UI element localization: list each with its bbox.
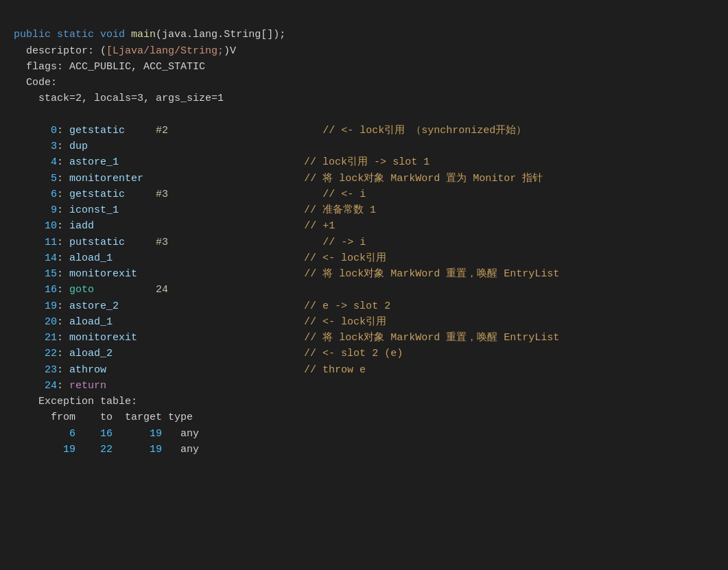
comment-5: // 将 lock对象 MarkWord 置为 Monitor 指针 [304, 173, 543, 185]
descriptor-value: [Ljava/lang/String; [106, 45, 224, 57]
comment-4: // lock引用 -> slot 1 [304, 156, 430, 168]
exception-header: Exception table: [14, 396, 137, 407]
indent [14, 189, 51, 200]
ex-type-1: any [162, 428, 199, 440]
arg-hash3-1: #3 [156, 189, 168, 200]
comment-21: // 将 lock对象 MarkWord 重置，唤醒 EntryList [304, 332, 559, 344]
instr-getstatic-2: getstatic [69, 189, 125, 200]
instr-iconst1: iconst_1 [69, 204, 119, 216]
indent [14, 364, 45, 376]
comment-11: // -> i [322, 237, 366, 248]
instr-monitorexit-1: monitorexit [69, 268, 137, 280]
arg-hash3-2: #3 [156, 237, 168, 248]
descriptor-end: )V [224, 45, 236, 57]
indent [14, 220, 45, 232]
exception-columns: from to target type [14, 412, 193, 423]
indent [14, 156, 51, 168]
line-20: 20 [45, 316, 57, 328]
instr-monitorexit-2: monitorexit [69, 332, 137, 344]
comment-14: // <- lock引用 [304, 252, 386, 264]
line-21: 21 [45, 332, 57, 344]
instr-aload2: aload_2 [69, 348, 113, 359]
line-0: 0 [51, 125, 57, 136]
descriptor-label: descriptor: ( [14, 45, 106, 57]
instr-iadd: iadd [69, 220, 94, 232]
line-22: 22 [45, 348, 57, 359]
stack-info: stack=2, locals=3, args_size=1 [14, 93, 224, 104]
instr-astore2: astore_2 [69, 300, 119, 312]
indent [14, 237, 45, 248]
indent [14, 268, 45, 280]
instr-return: return [69, 380, 106, 392]
indent [14, 141, 51, 152]
comment-20: // <- lock引用 [304, 316, 386, 328]
indent [14, 252, 45, 264]
indent [14, 316, 45, 328]
flags-line: flags: ACC_PUBLIC, ACC_STATIC [14, 61, 205, 73]
keyword-public: public [14, 29, 51, 40]
instr-monitorenter: monitorenter [69, 173, 143, 185]
instr-aload1-1: aload_1 [69, 252, 113, 264]
ex-from-1: 6 [69, 428, 75, 440]
line-15: 15 [45, 268, 57, 280]
ex-from-2: 19 [63, 444, 75, 455]
comment-0: // <- lock引用 （synchronized开始） [322, 125, 526, 136]
instr-goto: goto [69, 284, 94, 296]
comment-10: // +1 [304, 220, 335, 232]
instr-athrow: athrow [69, 364, 106, 376]
line-16: 16 [45, 284, 57, 296]
line-5: 5 [51, 173, 57, 185]
keyword-void: void [100, 29, 125, 40]
comment-9: // 准备常数 1 [304, 204, 376, 216]
instr-aload1-2: aload_1 [69, 316, 113, 328]
instr-getstatic-1: getstatic [69, 125, 125, 136]
indent [14, 173, 51, 185]
indent [14, 380, 45, 392]
keyword-static: static [57, 29, 94, 40]
instr-dup: dup [69, 141, 88, 152]
comment-19: // e -> slot 2 [304, 300, 390, 312]
indent [14, 300, 45, 312]
comment-22: // <- slot 2 (e) [304, 348, 403, 359]
line-6: 6 [51, 189, 57, 200]
instr-putstatic: putstatic [69, 237, 125, 248]
goto-target: 24 [156, 284, 168, 296]
ex-to-2: 22 [100, 444, 113, 455]
code-label: Code: [14, 77, 57, 88]
ex-target-1: 19 [150, 428, 162, 440]
line-19: 19 [45, 300, 57, 312]
indent [14, 332, 45, 344]
indent [14, 204, 51, 216]
arg-hash2-1: #2 [156, 125, 168, 136]
line-3: 3 [51, 141, 57, 152]
indent [14, 284, 45, 296]
code-container: public static void main(java.lang.String… [14, 11, 714, 458]
method-params: (java.lang.String[]); [156, 29, 285, 40]
ex-to-1: 16 [100, 428, 113, 440]
method-name: main [131, 29, 156, 40]
comment-15: // 将 lock对象 MarkWord 重置，唤醒 EntryList [304, 268, 559, 280]
ex-type-2: any [162, 444, 199, 455]
ex-target-2: 19 [150, 444, 162, 455]
indent [14, 125, 51, 136]
indent [14, 348, 45, 359]
instr-astore1: astore_1 [69, 156, 119, 168]
line-9: 9 [51, 204, 57, 216]
line-11: 11 [45, 237, 57, 248]
comment-6: // <- i [322, 189, 366, 200]
line-23: 23 [45, 364, 57, 376]
comment-23: // throw e [304, 364, 366, 376]
line-14: 14 [45, 252, 57, 264]
line-24: 24 [45, 380, 57, 392]
line-4: 4 [51, 156, 57, 168]
line-10: 10 [45, 220, 57, 232]
